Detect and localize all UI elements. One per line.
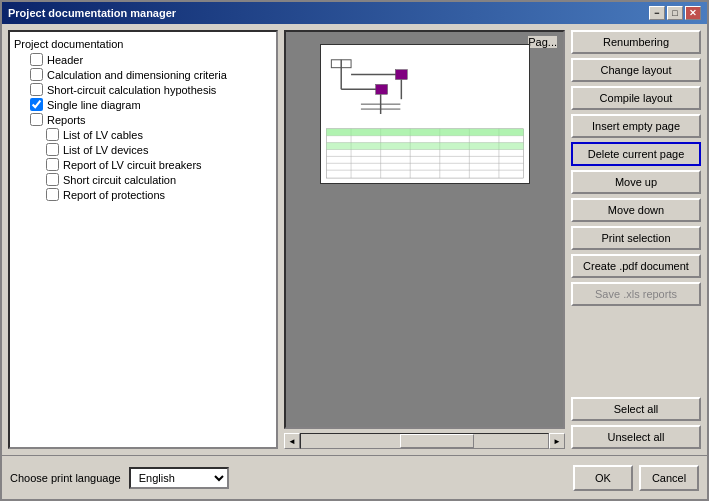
checkbox-report-protections[interactable] (46, 188, 59, 201)
tree-item-short-circuit-calc[interactable]: Short circuit calculation (46, 172, 272, 187)
tree-root-label: Project documentation (14, 36, 272, 52)
ok-button[interactable]: OK (573, 465, 633, 491)
tree-item-calc-criteria[interactable]: Calculation and dimensioning criteria (30, 67, 272, 82)
move-down-button[interactable]: Move down (571, 198, 701, 222)
title-bar: Project documentation manager − □ ✕ (2, 2, 707, 24)
checkbox-circuit-breakers[interactable] (46, 158, 59, 171)
tree-item-list-devices[interactable]: List of LV devices (46, 142, 272, 157)
change-layout-button[interactable]: Change layout (571, 58, 701, 82)
scroll-track[interactable] (300, 433, 549, 449)
create-pdf-button[interactable]: Create .pdf document (571, 254, 701, 278)
scroll-left-button[interactable]: ◄ (284, 433, 300, 449)
checkbox-reports[interactable] (30, 113, 43, 126)
preview-diagram (321, 45, 529, 183)
tree-root: Project documentation Header Calculation… (10, 32, 276, 206)
print-selection-button[interactable]: Print selection (571, 226, 701, 250)
title-bar-controls: − □ ✕ (649, 6, 701, 20)
center-panel: Pag... (284, 30, 565, 449)
save-xls-button[interactable]: Save .xls reports (571, 282, 701, 306)
label-short-circuit-hyp: Short-circuit calculation hypothesis (47, 84, 216, 96)
label-header: Header (47, 54, 83, 66)
bottom-left: Choose print language English French Ger… (10, 467, 563, 489)
label-calc-criteria: Calculation and dimensioning criteria (47, 69, 227, 81)
label-list-cables: List of LV cables (63, 129, 143, 141)
language-select[interactable]: English French German Spanish Italian (129, 467, 229, 489)
page-label: Pag... (528, 36, 557, 48)
tree-item-short-circuit-hyp[interactable]: Short-circuit calculation hypothesis (30, 82, 272, 97)
checkbox-calc-criteria[interactable] (30, 68, 43, 81)
minimize-button[interactable]: − (649, 6, 665, 20)
bottom-right: OK Cancel (573, 465, 699, 491)
tree-item-list-cables[interactable]: List of LV cables (46, 127, 272, 142)
renumbering-button[interactable]: Renumbering (571, 30, 701, 54)
tree-item-report-protections[interactable]: Report of protections (46, 187, 272, 202)
maximize-button[interactable]: □ (667, 6, 683, 20)
svg-rect-25 (326, 143, 523, 150)
left-panel: Project documentation Header Calculation… (8, 30, 278, 449)
label-circuit-breakers: Report of LV circuit breakers (63, 159, 202, 171)
checkbox-short-circuit-hyp[interactable] (30, 83, 43, 96)
label-report-protections: Report of protections (63, 189, 165, 201)
preview-area: Pag... (284, 30, 565, 429)
unselect-all-button[interactable]: Unselect all (571, 425, 701, 449)
window-title: Project documentation manager (8, 7, 176, 19)
svg-rect-9 (395, 70, 407, 80)
checkbox-list-cables[interactable] (46, 128, 59, 141)
label-single-line: Single line diagram (47, 99, 141, 111)
move-up-button[interactable]: Move up (571, 170, 701, 194)
preview-page (320, 44, 530, 184)
insert-empty-page-button[interactable]: Insert empty page (571, 114, 701, 138)
window: Project documentation manager − □ ✕ Proj… (0, 0, 709, 501)
cancel-button[interactable]: Cancel (639, 465, 699, 491)
tree-group-reports[interactable]: Reports (30, 112, 272, 127)
checkbox-short-circuit-calc[interactable] (46, 173, 59, 186)
tree-item-single-line[interactable]: Single line diagram (30, 97, 272, 112)
preview-content (286, 32, 563, 427)
checkbox-single-line[interactable] (30, 98, 43, 111)
svg-rect-4 (375, 84, 387, 94)
bottom-bar: Choose print language English French Ger… (2, 455, 707, 499)
tree-item-circuit-breakers[interactable]: Report of LV circuit breakers (46, 157, 272, 172)
label-short-circuit-calc: Short circuit calculation (63, 174, 176, 186)
tree-subgroup-reports: List of LV cables List of LV devices Rep… (46, 127, 272, 202)
checkbox-list-devices[interactable] (46, 143, 59, 156)
delete-current-page-button[interactable]: Delete current page (571, 142, 701, 166)
right-panel: Renumbering Change layout Compile layout… (571, 30, 701, 449)
label-reports: Reports (47, 114, 86, 126)
tree-group: Header Calculation and dimensioning crit… (30, 52, 272, 202)
horizontal-scrollbar: ◄ ► (284, 433, 565, 449)
close-button[interactable]: ✕ (685, 6, 701, 20)
checkbox-header[interactable] (30, 53, 43, 66)
tree-item-header[interactable]: Header (30, 52, 272, 67)
svg-rect-24 (326, 129, 523, 136)
compile-layout-button[interactable]: Compile layout (571, 86, 701, 110)
label-list-devices: List of LV devices (63, 144, 148, 156)
svg-rect-0 (321, 45, 528, 183)
main-content: Project documentation Header Calculation… (2, 24, 707, 455)
select-all-button[interactable]: Select all (571, 397, 701, 421)
scroll-right-button[interactable]: ► (549, 433, 565, 449)
choose-print-language-label: Choose print language (10, 472, 121, 484)
scroll-thumb[interactable] (400, 434, 474, 448)
